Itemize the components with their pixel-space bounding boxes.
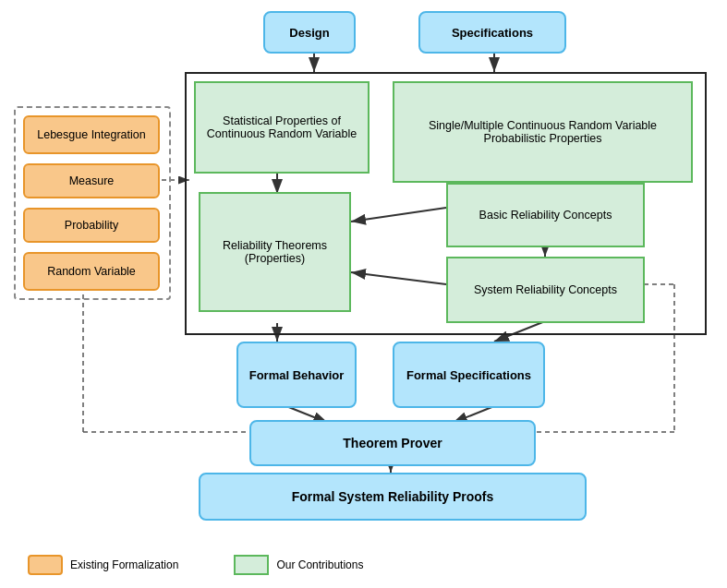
legend-contributions: Our Contributions: [234, 555, 363, 575]
legend-existing: Existing Formalization: [28, 555, 178, 575]
formal-proofs-box: Formal System Reliability Proofs: [199, 473, 587, 521]
legend: Existing Formalization Our Contributions: [28, 555, 363, 575]
lebesgue-box: Lebesgue Integration: [23, 115, 160, 154]
system-reliability-box: System Reliability Concepts: [446, 257, 645, 323]
measure-box: Measure: [23, 163, 160, 198]
stat-props-box: Statistical Properties of Continuous Ran…: [194, 81, 370, 174]
specifications-box: Specifications: [418, 11, 566, 54]
reliability-theorems-box: Reliability Theorems (Properties): [199, 192, 351, 312]
design-box: Design: [263, 11, 356, 54]
legend-green-box: [234, 555, 269, 575]
formal-behavior-box: Formal Behavior: [236, 342, 357, 408]
single-multiple-box: Single/Multiple Continuous Random Variab…: [393, 81, 693, 183]
theorem-prover-box: Theorem Prover: [249, 420, 536, 466]
probability-box: Probability: [23, 208, 160, 243]
random-variable-box: Random Variable: [23, 252, 160, 291]
legend-orange-box: [28, 555, 63, 575]
formal-specs-box: Formal Specifications: [393, 342, 545, 408]
basic-reliability-box: Basic Reliability Concepts: [446, 183, 645, 247]
diagram-container: Design Specifications Statistical Proper…: [0, 0, 727, 588]
